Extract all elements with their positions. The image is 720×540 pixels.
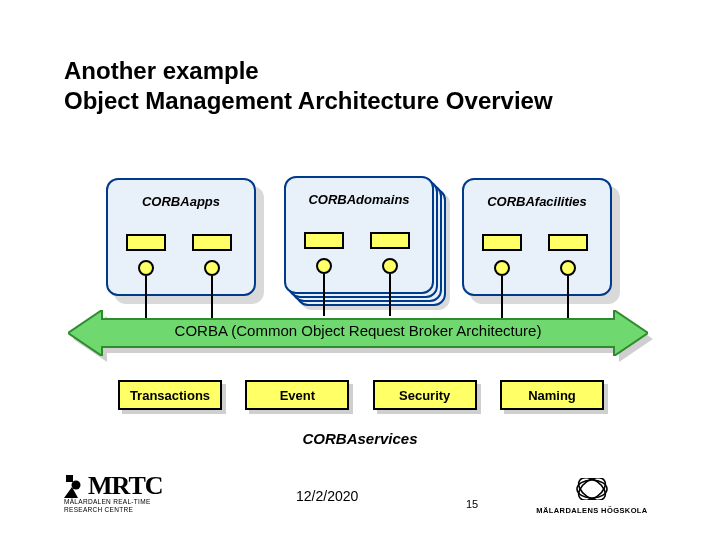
svc-box: Security: [373, 380, 477, 410]
box-front: CORBAfacilities: [462, 178, 612, 296]
box-label: CORBAdomains: [286, 192, 432, 207]
malardalens-logo: MÄLARDALENS HÖGSKOLA: [522, 478, 662, 515]
svg-point-7: [575, 478, 609, 500]
svc-box: Transactions: [118, 380, 222, 410]
mrtc-acronym: MRTC: [88, 474, 163, 497]
malardalens-logo-icon: [575, 478, 609, 500]
service-event: Event: [245, 380, 353, 414]
svc-label: Transactions: [130, 388, 210, 403]
box-label: CORBAapps: [108, 194, 254, 209]
box-front: CORBAapps: [106, 178, 256, 296]
mrtc-logo-icon: [64, 474, 82, 498]
title-line-2: Object Management Architecture Overview: [64, 86, 553, 116]
bus-label: CORBA (Common Object Request Broker Arch…: [68, 322, 648, 339]
corba-facilities-box: CORBAfacilities: [462, 178, 616, 302]
svg-point-5: [577, 480, 607, 498]
svc-box: Naming: [500, 380, 604, 410]
top-box-row: CORBAapps CORBAdomains: [106, 176, 616, 306]
footer-date: 12/2/2020: [296, 488, 358, 504]
corba-domains-box: CORBAdomains: [284, 176, 438, 300]
svc-label: Security: [399, 388, 450, 403]
services-row: Transactions Event Security Naming: [118, 380, 608, 426]
mrtc-subline-1: MÄLARDALEN REAL-TIME: [64, 499, 224, 506]
svg-point-3: [72, 481, 81, 490]
svg-rect-2: [66, 475, 73, 482]
title-line-1: Another example: [64, 57, 259, 84]
malardalens-text: MÄLARDALENS HÖGSKOLA: [522, 506, 662, 515]
services-group-label: CORBAservices: [0, 430, 720, 447]
page-number: 15: [466, 498, 478, 510]
slide-title: Another example Object Management Archit…: [64, 56, 553, 116]
mrtc-logo: MRTC MÄLARDALEN REAL-TIME RESEARCH CENTR…: [64, 474, 224, 514]
service-security: Security: [373, 380, 481, 414]
svc-label: Naming: [528, 388, 576, 403]
corba-apps-box: CORBAapps: [106, 178, 260, 302]
svc-box: Event: [245, 380, 349, 410]
box-label: CORBAfacilities: [464, 194, 610, 209]
service-transactions: Transactions: [118, 380, 226, 414]
corba-bus-arrow: CORBA (Common Object Request Broker Arch…: [68, 310, 648, 360]
service-naming: Naming: [500, 380, 608, 414]
svc-label: Event: [280, 388, 315, 403]
mrtc-subline-2: RESEARCH CENTRE: [64, 507, 224, 514]
slide: Another example Object Management Archit…: [0, 0, 720, 540]
box-front: CORBAdomains: [284, 176, 434, 294]
